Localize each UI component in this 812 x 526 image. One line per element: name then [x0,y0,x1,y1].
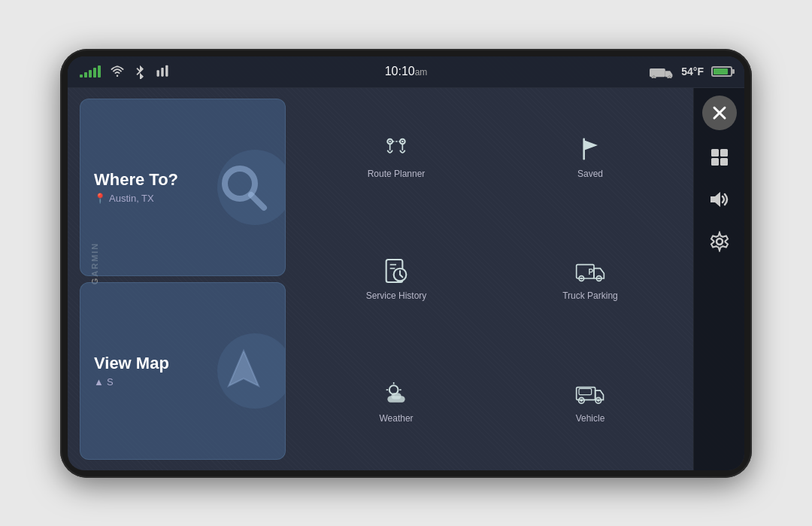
svg-point-26 [580,278,583,280]
svg-rect-45 [711,149,719,157]
svg-point-50 [717,239,723,245]
svg-point-28 [598,278,600,280]
service-history-item[interactable]: Service History [299,217,493,340]
bluetooth-icon [132,64,147,79]
svg-rect-36 [391,393,401,399]
close-button[interactable] [702,96,737,130]
svg-text:P: P [589,268,594,276]
saved-label: Saved [577,169,603,179]
volume-button[interactable] [700,180,739,219]
svg-point-16 [401,140,404,142]
svg-rect-1 [157,70,159,76]
battery-body [711,66,732,77]
signal-bar-2 [84,72,87,78]
truck-parking-label: Truck Parking [562,290,618,301]
vehicle-icon [575,379,605,409]
svg-point-6 [653,76,655,78]
battery-indicator [711,66,732,77]
view-map-card[interactable]: View Map ▲ S [80,282,286,460]
settings-button[interactable] [700,222,739,261]
battery-fill [714,68,728,74]
route-planner-label: Route Planner [368,169,426,179]
saved-item[interactable]: Saved [493,96,687,218]
route-planner-item[interactable]: Route Planner [299,96,493,218]
compass-icon: ▲ [94,376,104,388]
status-icons [110,64,170,79]
saved-flag-icon [575,134,605,164]
signal-bars [80,65,101,78]
search-icon [217,161,270,214]
signal-bar-4 [93,68,96,78]
service-history-icon [381,256,411,286]
svg-rect-2 [161,68,163,77]
apps-button[interactable] [700,138,739,177]
volume-icon [709,190,730,208]
svg-rect-47 [711,158,719,166]
service-history-label: Service History [366,290,427,301]
svg-rect-3 [165,65,168,77]
weather-item[interactable]: Weather [299,340,493,463]
navigation-arrow-icon [217,345,270,397]
status-left [80,64,170,79]
status-right: 54°F [650,65,732,78]
weather-icon [381,379,411,409]
apps-grid-icon [710,147,729,167]
settings-gear-icon [709,231,730,252]
location-icon: 📍 [94,193,106,204]
truck-icon [650,65,674,78]
vehicle-label: Vehicle [576,413,605,424]
svg-rect-46 [720,149,728,157]
garmin-device: GARMIN [60,49,752,478]
svg-point-41 [597,399,599,401]
device-screen: 10:10am 54°F [68,56,744,470]
temperature-display: 54°F [681,65,704,78]
svg-point-39 [580,399,583,401]
connected-icon [155,64,170,79]
weather-label: Weather [379,413,413,424]
truck-parking-icon: P [575,256,605,286]
svg-point-30 [389,385,398,394]
svg-marker-49 [710,192,720,207]
vehicle-item[interactable]: Vehicle [493,340,687,463]
status-bar: 10:10am 54°F [68,56,744,88]
svg-line-10 [251,195,264,208]
svg-point-13 [389,140,391,142]
center-grid: Route Planner Saved [293,88,693,470]
svg-rect-42 [579,388,592,394]
route-planner-icon [381,134,411,164]
left-panel: Where To? 📍 Austin, TX View Map [68,88,293,470]
right-sidebar [693,88,744,470]
truck-parking-item[interactable]: P Truck Parking [493,217,687,340]
svg-rect-48 [720,158,728,166]
signal-bar-5 [98,65,101,78]
where-to-card[interactable]: Where To? 📍 Austin, TX [80,99,286,276]
svg-marker-11 [229,351,259,386]
signal-bar-1 [80,74,83,78]
main-content: Where To? 📍 Austin, TX View Map [68,88,744,470]
svg-point-0 [117,75,119,78]
wifi-icon [110,64,125,79]
signal-bar-3 [89,70,92,78]
time-display: 10:10am [385,65,428,78]
svg-point-8 [668,76,670,78]
close-x-icon [711,105,728,121]
